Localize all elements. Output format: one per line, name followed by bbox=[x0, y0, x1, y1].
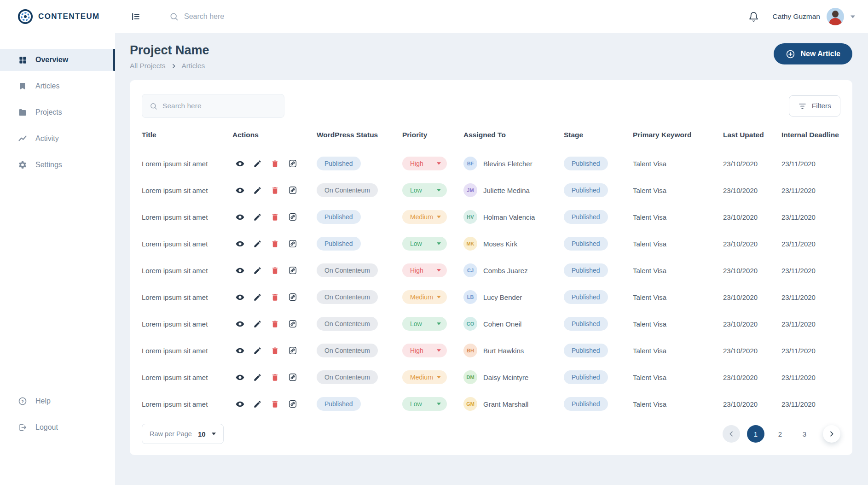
priority-select[interactable]: Low bbox=[402, 397, 447, 411]
view-button[interactable] bbox=[232, 397, 248, 412]
pagination-next-button[interactable] bbox=[823, 425, 840, 443]
sidebar-item-overview[interactable]: Overview bbox=[0, 49, 115, 71]
view-button[interactable] bbox=[232, 370, 248, 385]
link-icon bbox=[288, 239, 297, 248]
delete-button[interactable] bbox=[267, 397, 283, 412]
topbar: CONTENTEUM Cathy Guzman bbox=[0, 0, 868, 33]
view-button[interactable] bbox=[232, 183, 248, 198]
delete-button[interactable] bbox=[267, 343, 283, 358]
sidebar-item-help[interactable]: ? Help bbox=[0, 390, 115, 412]
edit-button[interactable] bbox=[250, 156, 265, 171]
pagination-page-2[interactable]: 2 bbox=[771, 425, 789, 443]
sidebar-item-logout[interactable]: Logout bbox=[0, 416, 115, 438]
priority-select[interactable]: Medium bbox=[402, 370, 447, 384]
sidebar-item-label: Overview bbox=[35, 56, 68, 64]
pagination-prev-button[interactable] bbox=[723, 425, 740, 443]
stage-pill: Published bbox=[564, 237, 608, 251]
copy-link-button[interactable] bbox=[285, 210, 300, 225]
table-header-row: Title Actions WordPress Status Priority … bbox=[142, 131, 841, 150]
filters-label: Filters bbox=[812, 102, 831, 110]
col-priority: Priority bbox=[402, 131, 463, 150]
copy-link-button[interactable] bbox=[285, 156, 300, 171]
copy-link-button[interactable] bbox=[285, 343, 300, 358]
eye-icon bbox=[235, 266, 245, 275]
edit-button[interactable] bbox=[250, 183, 265, 198]
delete-button[interactable] bbox=[267, 316, 283, 332]
topbar-search-input[interactable] bbox=[184, 12, 331, 21]
pagination-page-3[interactable]: 3 bbox=[796, 425, 813, 443]
view-button[interactable] bbox=[232, 343, 248, 358]
delete-button[interactable] bbox=[267, 263, 283, 278]
delete-button[interactable] bbox=[267, 156, 283, 171]
primary-keyword: Talent Visa bbox=[633, 364, 723, 391]
copy-link-button[interactable] bbox=[285, 236, 300, 251]
notifications-button[interactable] bbox=[748, 12, 759, 22]
pagination-page-1[interactable]: 1 bbox=[747, 425, 764, 443]
sidebar-item-activity[interactable]: Activity bbox=[0, 128, 115, 150]
eye-icon bbox=[235, 373, 245, 382]
view-button[interactable] bbox=[232, 236, 248, 251]
dashboard-grid-icon bbox=[17, 56, 28, 64]
sidebar-item-projects[interactable]: Projects bbox=[0, 101, 115, 123]
priority-select[interactable]: High bbox=[402, 263, 447, 277]
copy-link-button[interactable] bbox=[285, 397, 300, 412]
priority-select[interactable]: Medium bbox=[402, 210, 447, 224]
priority-select[interactable]: Low bbox=[402, 183, 447, 197]
edit-button[interactable] bbox=[250, 263, 265, 278]
assignee-name: Juliette Medina bbox=[483, 187, 530, 194]
view-button[interactable] bbox=[232, 210, 248, 225]
view-button[interactable] bbox=[232, 263, 248, 278]
edit-button[interactable] bbox=[250, 370, 265, 385]
rows-per-page-select[interactable]: Raw per Page 10 bbox=[142, 424, 224, 444]
stage-pill: Published bbox=[564, 157, 608, 170]
edit-button[interactable] bbox=[250, 343, 265, 358]
table-row: Lorem ipsum sit amet bbox=[142, 364, 841, 391]
priority-select[interactable]: Low bbox=[402, 237, 447, 251]
copy-link-button[interactable] bbox=[285, 370, 300, 385]
edit-button[interactable] bbox=[250, 316, 265, 332]
row-actions bbox=[232, 210, 317, 225]
article-title: Lorem ipsum sit amet bbox=[142, 337, 232, 364]
edit-button[interactable] bbox=[250, 290, 265, 305]
priority-select[interactable]: High bbox=[402, 344, 447, 357]
copy-link-button[interactable] bbox=[285, 290, 300, 305]
view-button[interactable] bbox=[232, 290, 248, 305]
priority-select[interactable]: High bbox=[402, 157, 447, 170]
sidebar-item-articles[interactable]: Articles bbox=[0, 75, 115, 97]
user-menu[interactable]: Cathy Guzman bbox=[773, 8, 855, 25]
topbar-right: Cathy Guzman bbox=[748, 8, 868, 25]
delete-button[interactable] bbox=[267, 183, 283, 198]
view-button[interactable] bbox=[232, 316, 248, 332]
priority-label: Low bbox=[410, 240, 422, 247]
copy-link-button[interactable] bbox=[285, 316, 300, 332]
view-button[interactable] bbox=[232, 156, 248, 171]
breadcrumb-all-projects[interactable]: All Projects bbox=[130, 62, 166, 70]
table-search-input[interactable] bbox=[162, 102, 277, 110]
assignee-name: Lucy Bender bbox=[483, 293, 522, 301]
chevron-down-icon bbox=[212, 432, 216, 435]
delete-button[interactable] bbox=[267, 236, 283, 251]
delete-button[interactable] bbox=[267, 370, 283, 385]
priority-select[interactable]: Medium bbox=[402, 290, 447, 304]
primary-keyword: Talent Visa bbox=[633, 204, 723, 230]
last-updated: 23/10/2020 bbox=[723, 177, 781, 204]
trash-icon bbox=[271, 400, 279, 409]
sidebar-item-settings[interactable]: Settings bbox=[0, 154, 115, 176]
copy-link-button[interactable] bbox=[285, 263, 300, 278]
new-article-button[interactable]: New Article bbox=[774, 43, 852, 64]
last-updated: 23/10/2020 bbox=[723, 257, 781, 284]
sidebar-toggle-button[interactable] bbox=[131, 12, 141, 22]
edit-button[interactable] bbox=[250, 210, 265, 225]
delete-button[interactable] bbox=[267, 290, 283, 305]
brand-logo[interactable]: CONTENTEUM bbox=[0, 9, 115, 24]
main-content: Project Name All Projects Articles New A… bbox=[115, 33, 868, 485]
edit-button[interactable] bbox=[250, 236, 265, 251]
priority-label: High bbox=[410, 347, 423, 354]
app-root: CONTENTEUM Cathy Guzman bbox=[0, 0, 868, 485]
delete-button[interactable] bbox=[267, 210, 283, 225]
edit-button[interactable] bbox=[250, 397, 265, 412]
priority-select[interactable]: Low bbox=[402, 317, 447, 331]
eye-icon bbox=[235, 212, 245, 222]
filters-button[interactable]: Filters bbox=[789, 95, 840, 117]
copy-link-button[interactable] bbox=[285, 183, 300, 198]
